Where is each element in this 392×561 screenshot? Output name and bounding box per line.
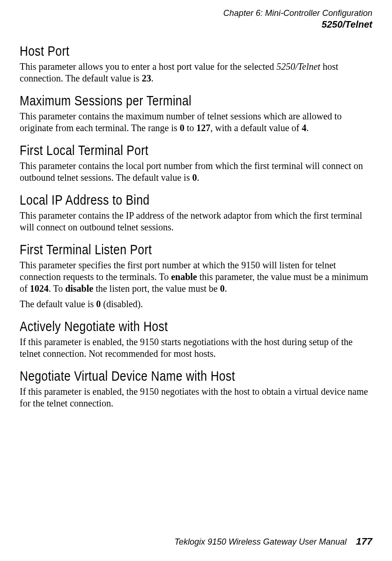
text-bold: 0	[180, 123, 185, 133]
text-bold: 0	[220, 283, 225, 294]
paragraph: This parameter contains the IP address o…	[20, 210, 372, 233]
text: to	[185, 123, 197, 133]
paragraph: This parameter contains the maximum numb…	[20, 111, 372, 134]
paragraph: The default value is 0 (disabled).	[20, 298, 372, 310]
text-bold: 23	[142, 73, 151, 83]
header-chapter: Chapter 6: Mini-Controller Configuration	[20, 8, 372, 19]
text-bold: disable	[65, 283, 93, 294]
page-header: Chapter 6: Mini-Controller Configuration…	[20, 8, 372, 30]
text-bold: 0	[96, 299, 101, 309]
heading-max-sessions: Maximum Sessions per Terminal	[20, 93, 309, 109]
heading-local-ip: Local IP Address to Bind	[20, 192, 309, 208]
footer-page-number: 177	[356, 536, 372, 546]
text: .	[306, 123, 309, 133]
text: , with a default value of	[210, 123, 302, 133]
text: .	[225, 283, 227, 294]
text-bold: 4	[302, 123, 306, 133]
heading-host-port: Host Port	[20, 43, 309, 59]
text-italic: 5250/Telnet	[276, 61, 320, 72]
heading-actively-negotiate: Actively Negotiate with Host	[20, 318, 309, 334]
text: The default value is	[20, 299, 96, 309]
paragraph: If this parameter is enabled, the 9150 s…	[20, 336, 372, 360]
text: (disabled).	[101, 299, 143, 309]
paragraph: This parameter specifies the first port …	[20, 259, 372, 295]
text: This parameter contains the local port n…	[20, 161, 363, 183]
text: .	[197, 172, 199, 183]
text: the listen port, the value must be	[93, 283, 220, 294]
text-bold: 127	[196, 123, 210, 133]
heading-listen-port: First Terminal Listen Port	[20, 242, 309, 258]
header-section: 5250/Telnet	[20, 19, 372, 30]
text: . To	[49, 283, 65, 294]
page: Chapter 6: Mini-Controller Configuration…	[0, 0, 392, 561]
page-footer: Teklogix 9150 Wireless Gateway User Manu…	[175, 536, 372, 547]
paragraph: If this parameter is enabled, the 9150 n…	[20, 386, 372, 409]
heading-negotiate-virtual: Negotiate Virtual Device Name with Host	[20, 368, 309, 384]
text: This parameter allows you to enter a hos…	[20, 61, 276, 72]
text: .	[151, 73, 154, 83]
paragraph: This parameter contains the local port n…	[20, 160, 372, 184]
text-bold: enable	[171, 272, 197, 282]
heading-first-local: First Local Terminal Port	[20, 142, 309, 158]
paragraph: This parameter allows you to enter a hos…	[20, 61, 372, 84]
footer-manual-title: Teklogix 9150 Wireless Gateway User Manu…	[175, 537, 347, 546]
text-bold: 1024	[30, 283, 49, 294]
text-bold: 0	[192, 172, 197, 183]
